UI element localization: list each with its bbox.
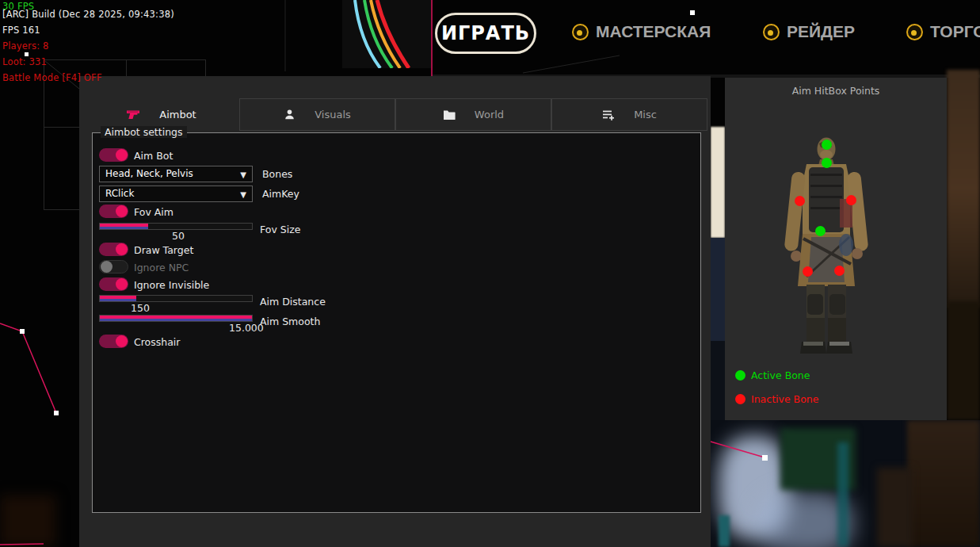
draw-target-label: Draw Target (134, 244, 193, 256)
fps-info: FPS 161 (2, 25, 40, 36)
background-wall (711, 127, 725, 238)
fov-size-slider[interactable] (99, 223, 253, 230)
group-title: Aimbot settings (101, 126, 187, 138)
legend-inactive-bone: Inactive Bone (735, 393, 818, 405)
loot-count: Loot: 331 (2, 56, 47, 67)
aimkey-dropdown[interactable]: RClick ▼ (99, 186, 253, 202)
bones-dropdown-value: Head, Neck, Pelvis (105, 168, 193, 179)
legend-label: Active Bone (751, 369, 810, 381)
aim-bot-toggle[interactable] (99, 148, 128, 162)
aim-smooth-slider[interactable] (99, 315, 253, 322)
tab-label: World (475, 109, 504, 120)
aim-distance-label: Aim Distance (260, 296, 326, 308)
coin-icon (763, 24, 780, 40)
background-wall (711, 238, 725, 341)
folder-icon (443, 109, 456, 120)
aimkey-label: AimKey (262, 188, 299, 200)
inactive-bone-dot-icon (735, 394, 745, 404)
playlist-add-icon (602, 109, 615, 121)
menu-item-label: РЕЙДЕР (787, 22, 855, 41)
crosshair-toggle[interactable] (99, 335, 128, 348)
aimbot-settings-group: Aimbot settings Aim Bot Head, Neck, Pelv… (92, 132, 701, 513)
crosshair-label: Crosshair (134, 336, 180, 348)
aimkey-dropdown-value: RClick (105, 188, 134, 199)
person-icon (284, 109, 296, 120)
aim-smooth-value: 15.000 (229, 322, 264, 334)
pistol-icon (126, 109, 140, 120)
ignore-npc-toggle[interactable] (99, 260, 128, 274)
ignore-invisible-toggle[interactable] (99, 277, 128, 291)
active-bone-dot-icon (735, 370, 745, 381)
tab-label: Aimbot (159, 109, 196, 120)
fov-size-value: 50 (172, 230, 185, 242)
draw-target-toggle[interactable] (99, 243, 128, 256)
fov-aim-toggle[interactable] (99, 205, 128, 218)
background-rocks (947, 301, 980, 420)
background-wall (711, 341, 725, 420)
game-screen: 30 FPS [ARC] Build (Dec 28 2025, 09:43:3… (0, 0, 980, 547)
hitbox-point-neck (822, 158, 832, 168)
menu-item-raider[interactable]: РЕЙДЕР (763, 22, 855, 41)
bones-label: Bones (262, 168, 292, 180)
bones-dropdown[interactable]: Head, Neck, Pelvis ▼ (99, 166, 253, 182)
legend-active-bone: Active Bone (735, 369, 810, 381)
menu-item-label: МАСТЕРСКАЯ (596, 22, 711, 41)
hitbox-point-pelvis (815, 226, 826, 236)
hitbox-point-right-arm (846, 195, 856, 205)
fov-aim-label: Fov Aim (134, 206, 174, 218)
ignore-npc-label: Ignore NPC (134, 262, 189, 274)
aim-smooth-label: Aim Smooth (260, 316, 320, 327)
background-shadow (0, 495, 55, 547)
hitbox-point-left-arm (795, 196, 805, 206)
play-button[interactable]: ИГРАТЬ (435, 13, 536, 54)
menu-item-workshop[interactable]: МАСТЕРСКАЯ (572, 22, 711, 41)
background-rocks (947, 70, 980, 308)
aim-distance-value: 150 (131, 302, 150, 314)
chevron-down-icon: ▼ (240, 187, 246, 202)
coin-icon (906, 24, 923, 40)
tab-visuals[interactable]: Visuals (239, 98, 395, 131)
aim-bot-label: Aim Bot (134, 150, 173, 162)
hitbox-point-head (822, 140, 832, 150)
hitbox-panel: Aim HitBox Points (725, 78, 947, 420)
ignore-invisible-label: Ignore Invisible (134, 279, 209, 291)
players-count: Players: 8 (2, 40, 49, 52)
aim-distance-slider[interactable] (99, 295, 253, 302)
tab-label: Visuals (315, 109, 351, 120)
build-info: [ARC] Build (Dec 28 2025, 09:43:38) (2, 9, 174, 20)
tab-label: Misc (634, 109, 657, 120)
coin-icon (572, 24, 589, 40)
menu-item-label: ТОРГО (930, 22, 980, 41)
battle-mode-status: Battle Mode [F4] OFF (2, 72, 102, 83)
menu-item-trade[interactable]: ТОРГО (906, 22, 980, 41)
hitbox-point-left-knee (803, 266, 813, 277)
rainbow-decal (342, 0, 431, 68)
background-street (711, 420, 980, 547)
legend-label: Inactive Bone (751, 393, 818, 405)
chevron-down-icon: ▼ (240, 167, 246, 182)
tab-misc[interactable]: Misc (551, 98, 707, 131)
cheat-menu-panel: Aimbot Visuals World Misc (79, 76, 711, 547)
tab-world[interactable]: World (395, 98, 551, 131)
fov-size-label: Fov Size (260, 224, 300, 235)
hitbox-point-right-knee (834, 266, 845, 276)
